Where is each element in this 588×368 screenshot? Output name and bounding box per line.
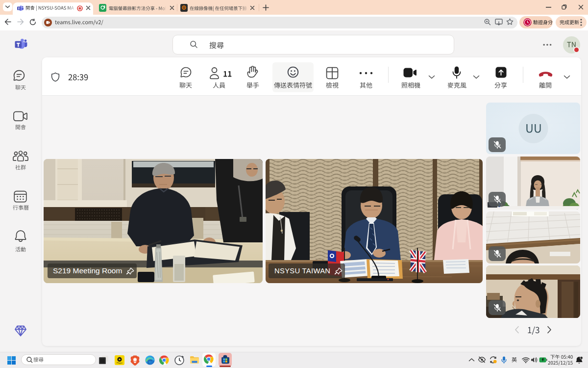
svg-text:Player: Player — [117, 362, 122, 364]
